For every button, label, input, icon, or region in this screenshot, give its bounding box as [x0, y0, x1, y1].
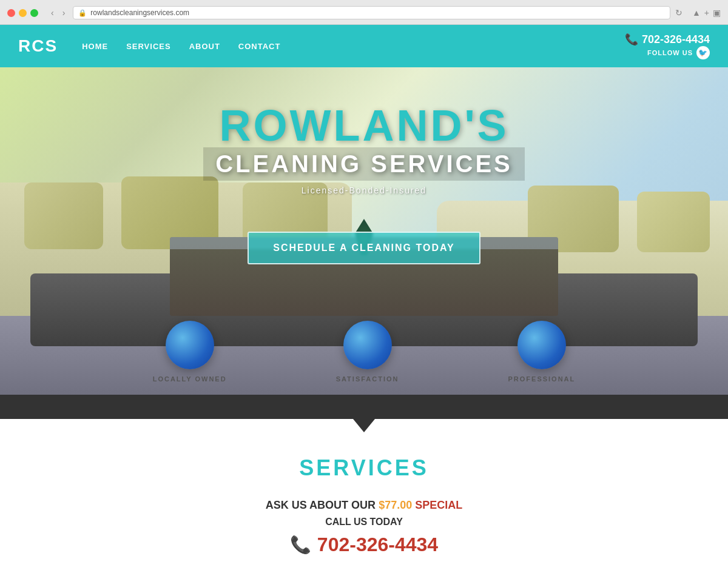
professional-label: PROFESSIONAL — [508, 375, 576, 383]
browser-dots — [7, 9, 38, 17]
share-button[interactable]: ▲ — [692, 8, 701, 18]
dot-yellow[interactable] — [19, 9, 27, 17]
phone-icon: 📞 — [625, 33, 638, 46]
locally-owned-label: LOCALLY OWNED — [153, 375, 227, 383]
feature-professional: PROFESSIONAL — [508, 321, 576, 383]
navbar: RCS HOME SERVICES ABOUT CONTACT 📞 702-32… — [0, 25, 728, 67]
dot-red[interactable] — [7, 9, 15, 17]
follow-label: FOLLOW US — [647, 49, 693, 56]
services-title: SERVICES — [24, 455, 704, 481]
dot-green[interactable] — [30, 9, 38, 17]
tab-overview-button[interactable]: ▣ — [713, 8, 721, 18]
services-call-text: CALL US TODAY — [24, 517, 704, 527]
lock-icon: 🔒 — [78, 9, 87, 17]
back-button[interactable]: ‹ — [48, 7, 57, 19]
services-phone[interactable]: 📞 702-326-4434 — [24, 534, 704, 556]
feature-satisfaction: SATISFACTION — [336, 321, 399, 383]
browser-nav-buttons: ‹ › — [48, 7, 68, 19]
nav-links: HOME SERVICES ABOUT CONTACT — [82, 41, 625, 52]
schedule-button[interactable]: SCHEDULE A CLEANING TODAY — [248, 232, 480, 264]
reload-button[interactable]: ↻ — [675, 8, 682, 18]
nav-phone-number: 702-326-4434 — [642, 33, 710, 46]
services-special: ASK US ABOUT OUR $77.00 SPECIAL — [24, 499, 704, 512]
twitter-icon[interactable]: 🐦 — [696, 46, 710, 59]
satisfaction-label: SATISFACTION — [336, 375, 399, 383]
satisfaction-icon — [343, 321, 392, 369]
locally-owned-icon — [166, 321, 214, 369]
forward-button[interactable]: › — [59, 7, 69, 19]
services-price: $77.00 — [379, 499, 412, 511]
hero-section: ROWLAND'S CLEANING SERVICES Licensed-Bon… — [0, 67, 728, 395]
services-special-suffix: SPECIAL — [412, 499, 462, 511]
nav-follow: FOLLOW US 🐦 — [647, 46, 710, 59]
url-text: rowlandscleaningservices.com — [90, 8, 189, 17]
nav-home[interactable]: HOME — [82, 42, 108, 51]
hero-subtitle: Licensed-Bonded-Insured — [302, 186, 426, 195]
nav-services[interactable]: SERVICES — [126, 42, 171, 51]
hero-title-rowlands: ROWLAND'S — [219, 104, 508, 147]
nav-contact[interactable]: CONTACT — [238, 42, 281, 51]
hero-title-cleaning: CLEANING SERVICES — [203, 147, 525, 181]
divider — [0, 395, 728, 419]
browser-action-buttons: ▲ + ▣ — [692, 8, 721, 18]
phone-icon-large: 📞 — [290, 535, 311, 555]
nav-about[interactable]: ABOUT — [189, 42, 220, 51]
browser-titlebar: ‹ › 🔒 rowlandscleaningservices.com ↻ ▲ +… — [7, 6, 721, 19]
services-section: SERVICES ASK US ABOUT OUR $77.00 SPECIAL… — [0, 419, 728, 576]
nav-right: 📞 702-326-4434 FOLLOW US 🐦 — [625, 33, 710, 59]
services-special-prefix: ASK US ABOUT OUR — [266, 499, 379, 511]
feature-locally-owned: LOCALLY OWNED — [153, 321, 227, 383]
address-bar[interactable]: 🔒 rowlandscleaningservices.com — [73, 6, 670, 19]
features-bar: LOCALLY OWNED SATISFACTION PROFESSIONAL — [0, 321, 728, 383]
new-tab-button[interactable]: + — [704, 8, 709, 18]
nav-logo[interactable]: RCS — [18, 36, 58, 56]
arrow-down-icon — [353, 419, 375, 432]
professional-icon — [517, 321, 566, 369]
services-phone-number: 702-326-4434 — [317, 534, 438, 556]
browser-chrome: ‹ › 🔒 rowlandscleaningservices.com ↻ ▲ +… — [0, 0, 728, 25]
nav-phone[interactable]: 📞 702-326-4434 — [625, 33, 710, 46]
